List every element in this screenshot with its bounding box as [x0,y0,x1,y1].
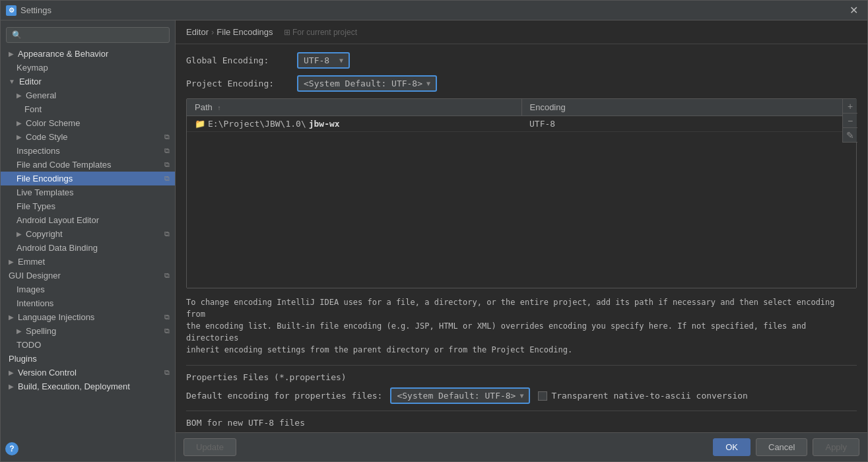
copy-icon: ⧉ [164,327,170,335]
chevron-right-icon: ▶ [17,230,22,238]
sidebar-item-label: File Types [17,201,55,211]
bom-separator [186,411,857,411]
sidebar-item-label: Code Style [26,132,68,142]
search-box[interactable]: 🔍 [6,27,170,43]
copy-icon: ⧉ [164,271,170,280]
table-row[interactable]: 📁 E:\Project\JBW\1.0\jbw-wx UTF-8 [187,116,856,132]
chevron-right-icon: ▶ [9,369,14,376]
chevron-right-icon: ▶ [9,258,14,265]
sidebar-item-plugins[interactable]: Plugins [1,352,175,366]
sidebar-item-label: Version Control [18,368,77,378]
add-row-button[interactable]: + [843,99,857,114]
sidebar-item-version-control[interactable]: ▶ Version Control ⧉ [1,366,175,380]
project-encoding-value: <System Default: UTF-8> [304,79,422,88]
sidebar-item-gui-designer[interactable]: GUI Designer ⧉ [1,269,175,282]
chevron-right-icon: ▶ [17,92,22,99]
sidebar-item-inspections[interactable]: Inspections ⧉ [1,144,175,158]
chevron-right-icon: ▶ [17,133,22,141]
sidebar-item-label: Color Scheme [26,118,80,128]
sidebar-item-intentions[interactable]: Intentions [1,296,175,310]
project-encoding-row: Project Encoding: <System Default: UTF-8… [186,75,857,92]
sidebar-item-label: Copyright [26,229,63,239]
sidebar-item-android-data-binding[interactable]: Android Data Binding [1,241,175,255]
properties-encoding-dropdown[interactable]: <System Default: UTF-8> ▼ [390,387,530,404]
separator [186,365,857,366]
path-cell: 📁 E:\Project\JBW\1.0\jbw-wx [187,116,521,131]
sidebar-item-label: Android Data Binding [17,243,98,253]
ok-button[interactable]: OK [713,438,751,456]
sidebar-item-label: GUI Designer [9,271,61,280]
copy-icon: ⧉ [164,368,170,377]
bottom-bar: Update OK Cancel Apply [176,432,867,461]
info-text: To change encoding IntelliJ IDEA uses fo… [186,296,857,356]
encoding-cell: UTF-8 [521,116,856,131]
search-icon: 🔍 [12,30,22,40]
chevron-down-icon: ▼ [519,392,523,399]
cancel-button[interactable]: Cancel [756,438,807,456]
chevron-right-icon: ▶ [9,383,14,390]
help-button[interactable]: ? [5,442,18,455]
copy-icon: ⧉ [164,160,170,169]
copy-icon: ⧉ [164,313,170,321]
sidebar-item-color-scheme[interactable]: ▶ Color Scheme [1,116,175,130]
sidebar-item-general[interactable]: ▶ General [1,88,175,102]
sidebar-item-editor[interactable]: ▼ Editor [1,75,175,88]
global-encoding-value: UTF-8 [304,55,329,65]
sidebar-item-images[interactable]: Images [1,282,175,296]
title-bar: ⚙ Settings ✕ [1,1,867,20]
global-encoding-dropdown[interactable]: UTF-8 ▼ [297,52,350,69]
sidebar-item-label: Inspections [17,146,60,156]
apply-button[interactable]: Apply [813,438,859,456]
global-encoding-row: Global Encoding: UTF-8 ▼ [186,52,857,69]
chevron-right-icon: ▶ [9,314,14,321]
sidebar-item-build-execution[interactable]: ▶ Build, Execution, Deployment [1,380,175,393]
sidebar-item-label: Appearance & Behavior [18,49,108,59]
update-button[interactable]: Update [184,438,236,456]
global-encoding-label: Global Encoding: [186,55,292,65]
project-encoding-dropdown[interactable]: <System Default: UTF-8> ▼ [297,75,437,92]
sidebar-item-label: TODO [17,340,41,350]
native-ascii-checkbox[interactable] [538,391,547,401]
breadcrumb-current: File Encodings [217,27,273,37]
sidebar-item-label: File Encodings [17,174,73,183]
sidebar-item-appearance[interactable]: ▶ Appearance & Behavior [1,47,175,61]
close-button[interactable]: ✕ [846,3,862,18]
sidebar-item-android-layout-editor[interactable]: Android Layout Editor [1,213,175,227]
sidebar-item-file-encodings[interactable]: File Encodings ⧉ [1,172,175,185]
chevron-right-icon: ▶ [17,327,22,335]
chevron-down-icon: ▼ [9,78,15,85]
window-title: Settings [20,5,51,15]
sidebar-item-file-types[interactable]: File Types [1,199,175,213]
sidebar-item-label: Build, Execution, Deployment [18,381,130,391]
sidebar-item-code-style[interactable]: ▶ Code Style ⧉ [1,130,175,144]
settings-body: Global Encoding: UTF-8 ▼ Project Encodin… [176,44,867,432]
sidebar-item-label: Keymap [17,63,48,73]
sidebar-item-label: Language Injections [18,312,94,322]
native-ascii-label: Transparent native-to-ascii conversion [551,391,747,401]
for-project-label[interactable]: ⊞ For current project [284,28,357,37]
copy-icon: ⧉ [164,230,170,238]
sidebar-item-label: File and Code Templates [17,160,112,170]
sidebar-item-label: Editor [19,77,42,86]
edit-row-button[interactable]: ✎ [843,128,857,143]
table-actions: + − ✎ [842,99,857,143]
sidebar-item-live-templates[interactable]: Live Templates [1,185,175,199]
breadcrumb-separator: › [211,27,214,37]
properties-section-title: Properties Files (*.properties) [186,372,857,382]
path-column-header: Path ↑ [187,99,522,116]
app-icon: ⚙ [6,5,17,16]
sidebar-item-todo[interactable]: TODO [1,338,175,352]
sidebar-item-emmet[interactable]: ▶ Emmet [1,255,175,269]
sidebar-item-label: Android Layout Editor [17,215,99,225]
sidebar-item-copyright[interactable]: ▶ Copyright ⧉ [1,227,175,241]
sidebar-item-keymap[interactable]: Keymap [1,61,175,75]
search-input[interactable] [24,30,164,40]
remove-row-button[interactable]: − [843,114,857,128]
sidebar-item-file-code-templates[interactable]: File and Code Templates ⧉ [1,158,175,172]
sidebar-item-font[interactable]: Font [1,102,175,116]
sidebar-item-language-injections[interactable]: ▶ Language Injections ⧉ [1,310,175,324]
project-encoding-label: Project Encoding: [186,79,292,88]
sidebar: 🔍 ▶ Appearance & Behavior Keymap ▼ Edito… [1,20,176,461]
sidebar-item-spelling[interactable]: ▶ Spelling ⧉ [1,324,175,338]
copy-icon: ⧉ [164,147,170,155]
